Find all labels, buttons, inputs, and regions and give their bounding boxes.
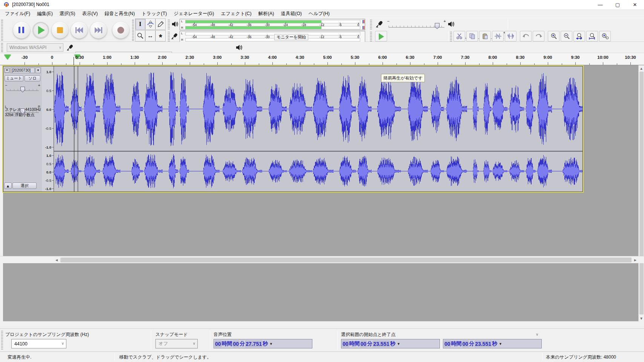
selection-toolbar: プロジェクトのサンプリング周波数 (Hz) 44100∨ スナップモード オフ∨…: [0, 328, 644, 351]
menu-item-2[interactable]: 選択(S): [56, 10, 79, 17]
solo-button[interactable]: ソロ: [25, 75, 40, 81]
copy-icon: [469, 33, 476, 40]
pinned-play-head-icon[interactable]: [4, 55, 11, 60]
scroll-right-icon[interactable]: ►: [632, 257, 638, 263]
time-shift-tool-button[interactable]: ↔: [145, 30, 155, 41]
envelope-tool-button[interactable]: [145, 18, 155, 30]
vertical-scrollbar[interactable]: ▲ ▼: [638, 65, 644, 321]
scroll-down-icon[interactable]: ▼: [639, 315, 644, 321]
menu-bar: ファイル(F)編集(E)選択(S)表示(V)録音と再生(N)トラック(T)ジェネ…: [0, 10, 644, 18]
fit-selection-button[interactable]: [573, 31, 585, 41]
horizontal-scroll-thumb[interactable]: [60, 258, 632, 262]
scroll-left-icon[interactable]: ◄: [54, 257, 60, 263]
pause-button[interactable]: [13, 22, 30, 38]
monitor-prompt[interactable]: モニターを開始: [274, 34, 308, 40]
collapse-track-icon[interactable]: ▲: [4, 183, 12, 189]
time-field-dropdown-icon[interactable]: ▼: [499, 342, 502, 346]
selection-tool-button[interactable]: I: [135, 18, 145, 30]
time-field-dropdown-icon[interactable]: ▼: [397, 342, 400, 346]
close-button[interactable]: ✕: [626, 0, 644, 10]
record-button[interactable]: [112, 22, 129, 38]
skip-to-start-button[interactable]: [71, 22, 88, 38]
selection-range-dropdown-icon[interactable]: ∨: [536, 332, 538, 336]
selection-range-label: 選択範囲の開始点と終了点: [341, 331, 396, 338]
project-rate-select[interactable]: 44100∨: [11, 339, 66, 348]
paste-button[interactable]: [479, 31, 491, 41]
menu-item-3[interactable]: 表示(V): [78, 10, 101, 17]
gain-thumb[interactable]: [20, 87, 25, 92]
trim-audio-button[interactable]: [492, 31, 504, 41]
timeline-ruler[interactable]: -3000:301:001:302:002:303:003:304:004:30…: [0, 53, 644, 65]
undo-button[interactable]: [520, 31, 532, 41]
menu-item-0[interactable]: ファイル(F): [2, 10, 34, 17]
track-close-icon[interactable]: ✕: [5, 68, 9, 73]
device-toolbar-grabber[interactable]: [1, 43, 3, 52]
menu-item-10[interactable]: ヘルプ(H): [305, 10, 333, 17]
waveform-display[interactable]: [54, 66, 583, 192]
audio-host-select[interactable]: Windows WASAPI∨: [7, 43, 63, 52]
draw-tool-button[interactable]: [155, 18, 166, 30]
skip-to-end-button[interactable]: [90, 22, 107, 38]
multi-tool-button[interactable]: *: [155, 30, 166, 41]
time-label-8:30: 8:30: [516, 55, 524, 60]
vertical-scale-ruler[interactable]: 1.00.50.0-0.5-1.01.00.50.0-0.5-1.0: [42, 66, 54, 192]
playback-meter-grabber[interactable]: [168, 20, 170, 29]
ruler-cursor-line: [74, 57, 74, 65]
copy-button[interactable]: [466, 31, 478, 41]
waveform-left-channel[interactable]: [54, 67, 583, 151]
menu-item-5[interactable]: トラック(T): [138, 10, 170, 17]
status-bar: 変速再生中. 移動でスクラブ、ドラッグでシークします。 本来のサンプリング周波数…: [0, 351, 644, 362]
scroll-up-icon[interactable]: ▲: [639, 65, 644, 71]
zoom-toggle-button[interactable]: [599, 31, 611, 41]
play-button[interactable]: [32, 22, 49, 38]
recording-meter-grabber[interactable]: [168, 32, 170, 41]
selection-end-field[interactable]: 00時間00分23.551秒▼: [443, 339, 542, 348]
pause-icon: [22, 27, 24, 33]
mixer-toolbar-grabber[interactable]: [370, 20, 372, 29]
audio-position-field[interactable]: 00時間00分27.751秒▼: [214, 339, 312, 348]
snap-mode-select[interactable]: オフ∨: [155, 339, 198, 348]
track-title[interactable]: [20200730]: [11, 67, 35, 73]
cut-button[interactable]: [453, 31, 465, 41]
silence-audio-button[interactable]: [505, 31, 516, 41]
vertical-scroll-thumb[interactable]: [639, 72, 644, 314]
maximize-button[interactable]: ▢: [609, 0, 626, 10]
zoom-in-button[interactable]: [548, 31, 559, 41]
menu-item-1[interactable]: 編集(E): [34, 10, 56, 17]
tools-toolbar-grabber[interactable]: [132, 20, 134, 41]
menu-item-8[interactable]: 解析(A): [255, 10, 278, 17]
mute-button[interactable]: ミュート: [5, 75, 23, 81]
redo-button[interactable]: [533, 31, 544, 41]
edit-toolbar-grabber[interactable]: [450, 32, 452, 41]
track-menu-dropdown-icon[interactable]: ▼: [35, 67, 41, 73]
track-format-line2: 32bit 浮動小数点: [5, 112, 34, 118]
transport-toolbar-grabber[interactable]: [1, 20, 3, 41]
track-select-button[interactable]: 選択: [12, 183, 37, 189]
selection-start-field[interactable]: 00時間00分23.551秒▼: [341, 339, 440, 348]
menu-item-6[interactable]: ジェネレーター(G): [170, 10, 217, 17]
menu-item-9[interactable]: 道具箱(O): [277, 10, 305, 17]
zoom-tool-button[interactable]: [135, 30, 145, 41]
recording-meter[interactable]: L R -54-48-42-36-30-24-18-12-60 モニターを開始: [180, 31, 365, 42]
recording-volume-thumb[interactable]: [435, 23, 440, 29]
channel-divider[interactable]: [54, 151, 583, 152]
menu-item-4[interactable]: 録音と再生(N): [101, 10, 138, 17]
horizontal-scrollbar[interactable]: ◄ ►: [0, 256, 644, 263]
zoom-out-button[interactable]: [561, 31, 572, 41]
input-device-mic-icon: [66, 44, 74, 51]
menu-item-7[interactable]: エフェクト(C): [217, 10, 255, 17]
gain-slider[interactable]: −+: [5, 83, 40, 94]
play-at-speed-grabber[interactable]: [370, 32, 372, 41]
waveform-right-channel[interactable]: [54, 152, 583, 191]
fit-project-button[interactable]: [586, 31, 598, 41]
minimize-button[interactable]: —: [592, 0, 609, 10]
recording-volume-slider[interactable]: −+: [387, 19, 446, 30]
play-at-speed-button[interactable]: [375, 31, 387, 41]
time-field-dropdown-icon[interactable]: ▼: [269, 342, 273, 346]
playback-meter[interactable]: L R -54-48-42-36-30-24-18-12-60: [180, 19, 365, 30]
skip-to-end-icon: [94, 27, 103, 34]
stop-button[interactable]: [52, 22, 68, 38]
audio-position-label: 音声位置: [214, 331, 232, 338]
recording-volume-mic-icon: [375, 20, 383, 28]
selection-toolbar-grabber[interactable]: [1, 331, 3, 350]
